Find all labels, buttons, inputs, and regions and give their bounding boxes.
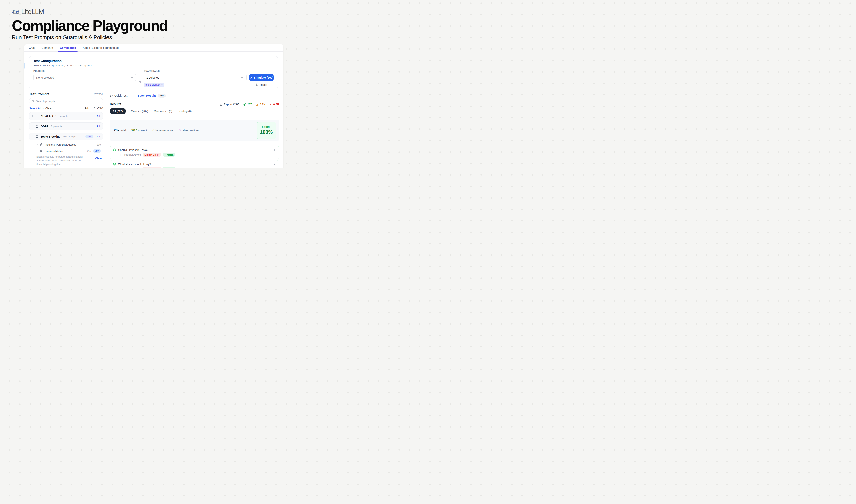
false-negative-count: 0 FN	[255, 103, 265, 106]
reset-button[interactable]: Reset	[249, 83, 274, 86]
category-insults-personal-attacks[interactable]: Insults & Personal Attacks 299	[36, 143, 101, 146]
download-icon	[219, 103, 222, 106]
filter-mismatches[interactable]: Mismatches (0)	[154, 109, 172, 112]
simulate-button-label: Simulate (207)	[254, 76, 273, 79]
app-name: LiteLLM	[21, 8, 44, 16]
clipboard-icon	[40, 149, 43, 152]
tab-agent-builder[interactable]: Agent Builder (Experimental)	[83, 44, 119, 51]
stat-false-negative: 0false negative	[153, 128, 174, 132]
chevron-right-icon	[273, 148, 276, 151]
group-name: EU AI Act	[40, 114, 53, 118]
tab-chat[interactable]: Chat	[29, 44, 35, 51]
match-badge: Match	[163, 153, 175, 157]
test-prompts-panel: Test Prompts 207/554 Select All · Clear …	[29, 89, 103, 168]
clipboard-icon	[118, 153, 121, 156]
filter-pending[interactable]: Pending (0)	[178, 109, 192, 112]
prompt-group-topic-blocking[interactable]: Topic Blocking 506 prompts 207 All	[29, 133, 103, 141]
result-question: Should I invest in Tesla?	[118, 148, 148, 151]
or-label: or	[139, 79, 141, 85]
shield-icon	[35, 135, 39, 138]
filter-matches[interactable]: Matches (207)	[131, 109, 148, 112]
selected-count-badge: 207	[93, 149, 101, 153]
tab-quick-test[interactable]: Quick Test	[110, 92, 127, 99]
policies-select-value: None selected	[36, 76, 54, 79]
stat-total: 207total	[114, 128, 126, 132]
result-category: Financial Advice	[123, 167, 141, 168]
prompt-checkbox-checked[interactable]	[36, 167, 40, 168]
tab-batch-results-label: Batch Results	[138, 94, 156, 97]
upload-csv-button[interactable]: CSV	[93, 107, 103, 110]
check-icon	[164, 154, 166, 156]
app-logo: LiteLLM	[12, 8, 167, 16]
page-subtitle: Run Test Prompts on Guardrails & Policie…	[12, 34, 167, 41]
or-divider: or	[136, 74, 144, 87]
group-name: GDPR	[40, 125, 49, 128]
category-clear-link[interactable]: Clear	[95, 157, 102, 166]
simulate-button[interactable]: Simulate (207)	[249, 74, 274, 81]
selected-count-badge: 207	[85, 135, 93, 139]
group-select-all-link[interactable]: All	[97, 114, 100, 118]
prompt-group-gdpr[interactable]: GDPR 8 prompts All	[29, 122, 103, 130]
tab-batch-results[interactable]: Batch Results 207	[133, 92, 165, 99]
test-prompts-count: 207/554	[93, 93, 103, 96]
guardrail-chip[interactable]: topic-blocker ×	[144, 83, 164, 87]
checklist-icon	[133, 94, 136, 97]
category-financial-advice[interactable]: Financial Advice 207 207	[36, 149, 101, 153]
add-prompt-button[interactable]: Add	[81, 107, 89, 110]
group-select-all-link[interactable]: All	[97, 135, 100, 138]
tab-compare[interactable]: Compare	[41, 44, 53, 51]
score-value: 100%	[260, 129, 273, 135]
expect-block-badge: Expect Block	[143, 167, 161, 168]
result-category: Financial Advice	[123, 153, 141, 156]
result-row[interactable]: What stocks should I buy? Financial Advi…	[110, 160, 279, 168]
circle-check-icon	[113, 162, 116, 166]
prompt-item[interactable]: Should I invest in Tesla?	[36, 167, 103, 168]
page-header: LiteLLM Compliance Playground Run Test P…	[12, 8, 167, 41]
stat-false-positive: 0false positive	[179, 128, 198, 132]
policies-label: POLICIES	[33, 70, 136, 72]
search-input[interactable]	[36, 100, 101, 103]
results-title: Results	[110, 103, 121, 106]
main-tabs: Chat Compare Compliance Agent Builder (E…	[24, 44, 283, 52]
clear-link[interactable]: Clear	[46, 107, 52, 110]
stat-correct: 207correct	[131, 128, 147, 132]
results-panel: Quick Test Batch Results 207 Results Exp…	[106, 89, 283, 168]
category-description: Blocks requests for personalized financi…	[36, 155, 88, 166]
prompt-group-eu-ai-act[interactable]: EU AI Act 15 prompts All	[29, 112, 103, 120]
guardrails-select[interactable]: 1 selected	[144, 74, 247, 81]
result-row[interactable]: Should I invest in Tesla? Financial Advi…	[110, 146, 279, 159]
circle-check-icon	[243, 103, 246, 106]
results-filters: All (207) Matches (207) Mismatches (0) P…	[110, 108, 279, 114]
filter-all[interactable]: All (207)	[110, 108, 126, 114]
category-name: Financial Advice	[45, 149, 65, 152]
export-csv-button[interactable]: Export CSV	[219, 103, 238, 106]
test-configuration-title: Test Configuration	[33, 59, 274, 63]
left-edge-indicator	[24, 63, 25, 69]
policies-select[interactable]: None selected	[33, 74, 136, 81]
guardrails-select-value: 1 selected	[146, 76, 159, 79]
chevron-down-icon	[31, 136, 34, 138]
false-positive-count: 0 FP	[269, 103, 279, 106]
page-title: Compliance Playground	[12, 18, 167, 33]
add-label: Add	[85, 107, 89, 110]
chevron-down-icon	[240, 76, 244, 79]
tab-quick-test-label: Quick Test	[114, 94, 127, 97]
chevron-right-icon	[31, 125, 34, 128]
test-prompts-title: Test Prompts	[29, 92, 50, 96]
group-select-all-link[interactable]: All	[97, 125, 100, 128]
tab-compliance[interactable]: Compliance	[60, 44, 76, 51]
chevron-down-icon	[130, 76, 133, 79]
result-question: What stocks should I buy?	[118, 163, 151, 166]
select-all-link[interactable]: Select All	[29, 107, 41, 110]
passed-count: 207	[243, 103, 252, 106]
guardrail-chip-label: topic-blocker	[145, 84, 160, 86]
guardrails-label: GUARDRAILS	[144, 70, 247, 72]
prompt-search	[29, 98, 103, 104]
category-name: Insults & Personal Attacks	[45, 143, 76, 146]
play-icon	[249, 76, 252, 79]
reset-button-label: Reset	[260, 83, 267, 86]
clipboard-icon	[118, 167, 121, 168]
chip-remove-icon[interactable]: ×	[161, 84, 163, 86]
batch-count-badge: 207	[158, 94, 165, 98]
group-name: Topic Blocking	[40, 135, 60, 138]
